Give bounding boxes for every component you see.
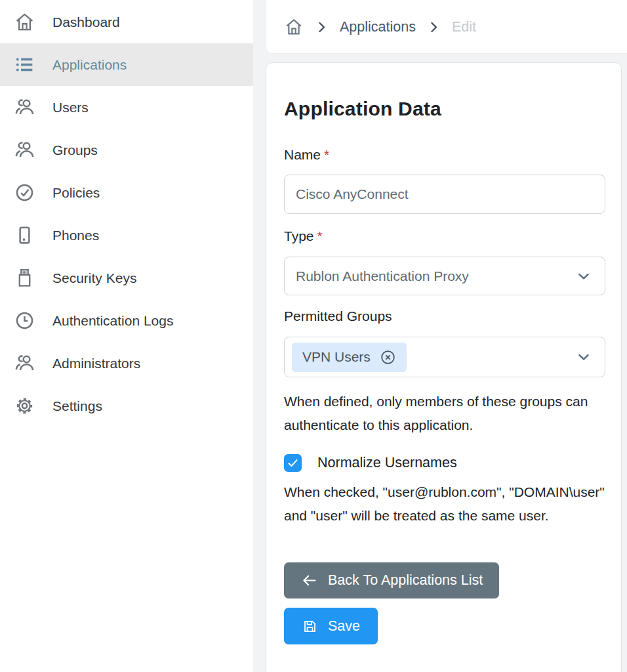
breadcrumb-edit-current: Edit [452, 19, 476, 35]
remove-tag-icon[interactable] [379, 348, 397, 366]
sidebar-item-label: Dashboard [52, 14, 120, 30]
sidebar-item-applications[interactable]: Applications [0, 43, 253, 86]
permitted-groups-label: Permitted Groups [284, 308, 605, 325]
breadcrumb-applications-link[interactable]: Applications [340, 19, 416, 35]
chevron-right-icon [427, 20, 441, 34]
sidebar-item-groups[interactable]: Groups [0, 129, 253, 171]
sidebar-item-label: Security Keys [52, 270, 136, 286]
sidebar-item-label: Applications [52, 57, 127, 73]
normalize-usernames-checkbox[interactable] [284, 454, 302, 472]
people-icon [14, 352, 35, 374]
check-circle-icon [14, 182, 35, 203]
sidebar-item-users[interactable]: Users [0, 86, 253, 129]
type-label: Type* [284, 228, 605, 245]
people-icon [14, 96, 35, 118]
list-icon [14, 54, 35, 75]
home-icon [14, 11, 35, 33]
back-to-applications-button[interactable]: Back To Applications List [284, 562, 499, 598]
type-select-value: Rublon Authentication Proxy [296, 268, 469, 284]
sidebar: Dashboard Applications Users [0, 0, 253, 672]
sidebar-item-label: Phones [52, 228, 99, 243]
chevron-down-icon [575, 348, 592, 366]
sidebar-item-policies[interactable]: Policies [0, 171, 253, 214]
normalize-usernames-label[interactable]: Normalize Usernames [317, 455, 457, 471]
home-icon[interactable] [284, 17, 304, 37]
back-button-label: Back To Applications List [328, 572, 483, 589]
arrow-left-icon [300, 572, 318, 589]
phone-icon [14, 224, 35, 246]
gear-icon [14, 395, 35, 417]
usb-key-icon [14, 267, 35, 289]
application-data-card: Application Data Name* Type* Rublon Auth… [266, 62, 622, 672]
normalize-usernames-help: When checked, "user@rublon.com", "DOMAIN… [284, 480, 605, 528]
sidebar-item-label: Groups [52, 142, 98, 158]
sidebar-item-administrators[interactable]: Administrators [0, 342, 253, 385]
sidebar-item-label: Authentication Logs [52, 313, 173, 329]
save-button[interactable]: Save [284, 608, 378, 644]
page-title: Application Data [284, 96, 605, 122]
clock-icon [14, 310, 35, 331]
name-label: Name* [284, 146, 605, 163]
permitted-groups-help: When defined, only members of these grou… [284, 390, 605, 437]
sidebar-item-dashboard[interactable]: Dashboard [0, 1, 253, 43]
group-tag-label: VPN Users [302, 349, 371, 365]
type-select[interactable]: Rublon Authentication Proxy [284, 257, 605, 295]
sidebar-item-authentication-logs[interactable]: Authentication Logs [0, 299, 253, 342]
sidebar-item-label: Policies [52, 185, 100, 201]
required-asterisk: * [324, 147, 329, 162]
name-input[interactable] [284, 175, 605, 214]
breadcrumb: Applications Edit [266, 0, 627, 54]
save-button-label: Save [328, 618, 360, 635]
chevron-right-icon [315, 20, 329, 34]
sidebar-item-label: Administrators [52, 356, 140, 371]
group-tag: VPN Users [292, 343, 407, 372]
permitted-groups-select[interactable]: VPN Users [284, 337, 605, 377]
save-floppy-icon [302, 618, 318, 635]
sidebar-item-phones[interactable]: Phones [0, 214, 253, 257]
normalize-usernames-row: Normalize Usernames [284, 454, 605, 472]
sidebar-item-label: Users [52, 100, 89, 116]
sidebar-item-label: Settings [52, 398, 102, 414]
people-icon [14, 139, 35, 161]
sidebar-item-settings[interactable]: Settings [0, 385, 253, 427]
sidebar-item-security-keys[interactable]: Security Keys [0, 257, 253, 299]
required-asterisk: * [317, 228, 323, 243]
chevron-down-icon [575, 268, 592, 285]
